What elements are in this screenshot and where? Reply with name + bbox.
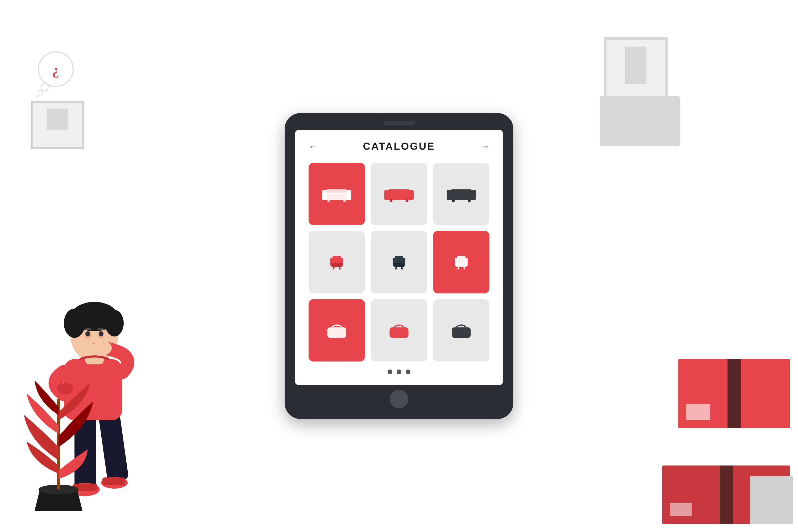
svg-point-53	[86, 331, 90, 337]
open-box-deco	[600, 96, 680, 146]
svg-rect-27	[395, 255, 403, 259]
box-red-large	[678, 359, 790, 428]
armchair-dark-icon	[383, 251, 415, 273]
svg-point-50	[105, 310, 124, 337]
svg-rect-26	[394, 263, 404, 267]
nav-back-arrow[interactable]: ←	[308, 141, 317, 151]
box-tape-2	[720, 466, 733, 524]
pagination-dot-2[interactable]	[397, 369, 401, 374]
pagination-dot-1[interactable]	[387, 369, 392, 374]
svg-point-54	[99, 331, 103, 337]
svg-rect-10	[390, 199, 392, 202]
bag-red-icon	[383, 320, 415, 341]
svg-rect-44	[102, 477, 125, 485]
tablet-screen[interactable]: ← CATALOGUE →	[295, 130, 503, 385]
grid-item-armchair-dark[interactable]	[371, 231, 427, 293]
sofa-dark-icon	[445, 183, 477, 205]
svg-rect-15	[451, 189, 472, 194]
scene: ← CATALOGUE →	[0, 0, 798, 532]
tablet-home-button[interactable]	[390, 390, 408, 408]
tablet-camera	[383, 121, 415, 125]
armchair-red-icon	[321, 251, 353, 273]
svg-point-63	[36, 95, 39, 98]
bag-white-icon	[321, 320, 353, 341]
grid-item-sofa-dark[interactable]	[433, 163, 490, 225]
nav-forward-arrow[interactable]: →	[481, 141, 490, 151]
armchair-white-icon	[445, 251, 477, 273]
svg-rect-9	[388, 189, 410, 194]
frame-right-inner	[625, 46, 646, 84]
svg-rect-35	[390, 327, 408, 338]
svg-rect-33	[327, 327, 346, 338]
pagination-dots	[308, 369, 490, 374]
box-label-2	[670, 503, 691, 516]
plant-svg	[16, 367, 101, 521]
svg-rect-4	[327, 199, 330, 202]
svg-rect-11	[406, 199, 408, 202]
svg-text:¿: ¿	[52, 61, 59, 78]
svg-rect-17	[468, 199, 471, 202]
wall-frame-left	[31, 101, 84, 149]
catalogue-grid	[308, 163, 490, 361]
svg-point-56	[93, 341, 112, 355]
sofa-red-icon	[383, 183, 415, 205]
tablet-device: ← CATALOGUE →	[285, 113, 513, 419]
grid-item-sofa-red[interactable]	[371, 163, 427, 225]
svg-point-49	[64, 308, 85, 338]
grid-item-bag-dark[interactable]	[433, 299, 490, 361]
sofa-white-icon	[321, 183, 353, 205]
boxes-stack	[662, 359, 790, 524]
svg-rect-16	[452, 199, 455, 202]
thought-bubble: ¿	[26, 48, 80, 102]
box-grey-small	[750, 476, 793, 524]
svg-point-62	[38, 90, 43, 95]
pagination-dot-3[interactable]	[406, 369, 411, 374]
plant-illustration	[16, 367, 101, 521]
box-tape-1	[727, 359, 741, 428]
grid-item-armchair-red[interactable]	[308, 231, 365, 293]
svg-rect-3	[326, 189, 347, 194]
box-label-1	[686, 404, 710, 420]
svg-rect-5	[343, 199, 346, 202]
grid-item-bag-red[interactable]	[371, 299, 427, 361]
grid-item-sofa-white[interactable]	[308, 163, 365, 225]
svg-rect-37	[452, 327, 471, 338]
svg-rect-31	[456, 263, 467, 267]
svg-rect-32	[457, 255, 466, 259]
thought-bubble-svg: ¿	[26, 48, 80, 101]
svg-rect-40	[98, 413, 129, 482]
svg-rect-21	[331, 263, 342, 267]
grid-item-armchair-white[interactable]	[433, 231, 490, 293]
svg-point-61	[41, 83, 49, 91]
grid-item-bag-white[interactable]	[308, 299, 365, 361]
frame-left-inner	[46, 109, 68, 130]
svg-rect-22	[332, 255, 341, 259]
catalogue-title: CATALOGUE	[363, 141, 435, 152]
catalogue-header: ← CATALOGUE →	[308, 141, 490, 152]
bag-dark-icon	[445, 320, 477, 341]
